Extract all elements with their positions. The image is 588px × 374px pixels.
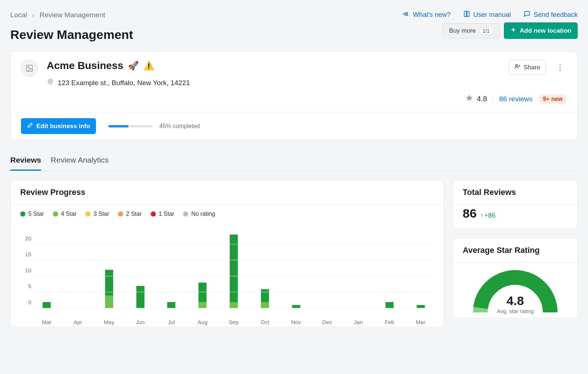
chat-icon: [523, 10, 531, 19]
svg-point-1: [28, 66, 29, 68]
breadcrumb: Local › Review Management: [10, 11, 105, 19]
svg-point-3: [516, 64, 517, 66]
share-button[interactable]: Share: [509, 60, 546, 75]
svg-rect-0: [26, 65, 33, 72]
breadcrumb-current: Review Management: [40, 11, 105, 19]
new-reviews-badge: 9+ new: [538, 94, 567, 104]
plus-icon: [510, 26, 517, 35]
legend-item: 2 Star: [118, 211, 142, 217]
avg-rating-sub: Avg. star rating: [467, 308, 563, 314]
business-image-placeholder: [21, 60, 38, 77]
legend-item: 5 Star: [20, 211, 44, 217]
book-icon: [463, 10, 470, 19]
avg-rating-panel: Average Star Rating 4.8 Avg. star rating: [453, 238, 578, 318]
legend-item: No rating: [183, 211, 215, 217]
rocket-icon: 🚀: [128, 61, 139, 71]
svg-point-2: [50, 80, 51, 82]
star-icon: [465, 94, 473, 104]
arrow-up-icon: ↑: [480, 212, 484, 219]
tabs: Reviews Review Analytics: [10, 153, 578, 171]
total-reviews-panel: Total Reviews 86 ↑ +86: [453, 180, 578, 229]
pencil-icon: [27, 122, 33, 130]
avg-rating-title: Average Star Rating: [453, 238, 577, 262]
completion-progress: [108, 125, 153, 127]
breadcrumb-root[interactable]: Local: [10, 11, 27, 19]
reviews-link[interactable]: 86 reviews: [499, 95, 533, 103]
business-address: 123 Example st., Buffalo, New York, 1422…: [58, 79, 190, 87]
review-progress-chart: MarAprMayJunJulAugSepOctNovDecJanFebMar …: [33, 222, 434, 317]
business-card: Acme Business 🚀 ⚠️ 123 Example st., Buff…: [10, 51, 578, 140]
warning-icon: ⚠️: [143, 61, 154, 71]
review-progress-title: Review Progress: [11, 180, 444, 204]
completion-label: 45% completed: [159, 123, 200, 130]
chevron-right-icon: ›: [32, 11, 34, 19]
person-plus-icon: [514, 63, 521, 72]
add-location-button[interactable]: Add new location: [504, 22, 578, 39]
total-reviews-title: Total Reviews: [453, 180, 577, 204]
tab-review-analytics[interactable]: Review Analytics: [51, 153, 109, 171]
chart-legend: 5 Star4 Star3 Star2 Star1 StarNo rating: [11, 205, 444, 219]
buy-more-badge: 1/1: [479, 27, 493, 35]
map-pin-icon: [47, 78, 54, 87]
user-manual-link[interactable]: User manual: [463, 10, 511, 19]
page-title: Review Management: [10, 28, 133, 42]
total-reviews-value: 86: [463, 206, 477, 221]
business-name: Acme Business: [47, 60, 123, 72]
legend-item: 4 Star: [53, 211, 77, 217]
review-progress-panel: Review Progress 5 Star4 Star3 Star2 Star…: [10, 180, 444, 327]
buy-more-button[interactable]: Buy more 1/1: [443, 23, 499, 39]
more-options-icon[interactable]: ⋮: [553, 61, 567, 74]
rating-value: 4.8: [477, 95, 487, 103]
edit-business-button[interactable]: Edit business info: [21, 118, 96, 134]
tab-reviews[interactable]: Reviews: [10, 153, 41, 171]
legend-item: 1 Star: [151, 211, 175, 217]
avg-rating-value: 4.8: [467, 294, 563, 308]
legend-item: 3 Star: [85, 211, 109, 217]
total-reviews-delta: ↑ +86: [480, 212, 496, 219]
send-feedback-link[interactable]: Send feedback: [523, 10, 578, 19]
whats-new-link[interactable]: What's new?: [402, 10, 450, 19]
megaphone-icon: [402, 10, 410, 19]
